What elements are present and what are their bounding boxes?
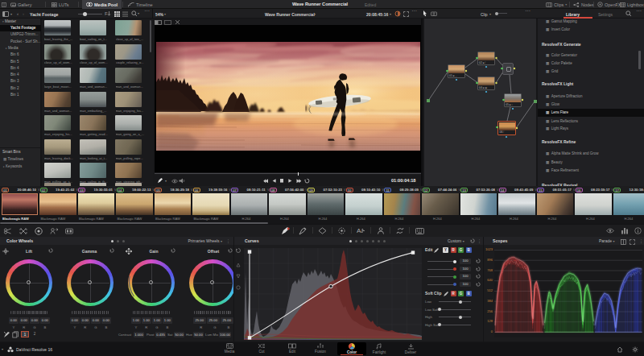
svg-text:F: F (105, 11, 108, 16)
svg-text:A: A (357, 227, 361, 234)
